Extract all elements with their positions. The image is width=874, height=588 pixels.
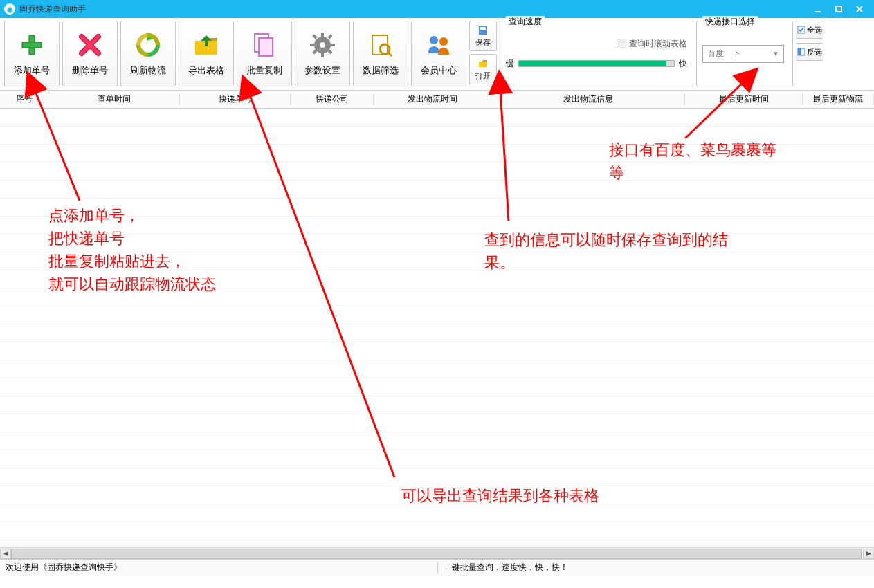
svg-rect-16 <box>312 34 317 39</box>
scroll-thumb[interactable] <box>11 549 862 559</box>
svg-rect-1 <box>836 6 841 12</box>
invert-selection-button[interactable]: 反选 <box>796 43 823 61</box>
col-last-update-info[interactable]: 最后更新物流 <box>803 93 874 105</box>
save-label: 保存 <box>475 37 491 48</box>
export-table-button[interactable]: 导出表格 <box>179 21 234 86</box>
x-icon <box>76 31 104 59</box>
interface-selected: 百度一下 <box>707 48 740 59</box>
col-index[interactable]: 序号 <box>0 93 48 105</box>
export-label: 导出表格 <box>188 64 224 77</box>
app-icon: ◉ <box>4 3 15 15</box>
gear-icon <box>309 31 336 59</box>
svg-point-23 <box>430 36 438 44</box>
batch-copy-button[interactable]: 批量复制 <box>237 21 292 86</box>
svg-point-24 <box>439 37 448 46</box>
svg-rect-18 <box>327 34 332 39</box>
close-button[interactable] <box>849 0 870 18</box>
interface-group: 快递接口选择 百度一下 ▼ <box>696 21 793 86</box>
member-label: 会员中心 <box>421 64 457 77</box>
svg-rect-14 <box>310 44 316 46</box>
add-tracking-button[interactable]: 添加单号 <box>4 21 60 86</box>
svg-rect-12 <box>321 33 324 38</box>
open-label: 打开 <box>475 71 491 81</box>
table-body[interactable] <box>0 109 874 547</box>
refresh-logistics-button[interactable]: 刷新物流 <box>120 21 176 86</box>
batch-copy-label: 批量复制 <box>246 64 282 77</box>
results-table: 序号 查单时间 快递单号 快递公司 发出物流时间 发出物流信息 最后更新时间 最… <box>0 91 874 547</box>
folder-export-icon <box>192 31 220 59</box>
interface-title: 快递接口选择 <box>702 16 758 28</box>
users-icon <box>425 31 453 59</box>
invert-label: 反选 <box>807 47 822 57</box>
member-center-button[interactable]: 会员中心 <box>411 21 466 86</box>
scroll-left-arrow[interactable]: ◀ <box>0 549 11 559</box>
maximize-button[interactable] <box>828 0 849 18</box>
col-tracking-no[interactable]: 快递单号 <box>180 93 291 105</box>
col-dispatch-time[interactable]: 发出物流时间 <box>374 93 491 105</box>
col-last-update-time[interactable]: 最后更新时间 <box>685 93 803 105</box>
svg-line-22 <box>388 52 392 56</box>
scroll-label: 查询时滚动表格 <box>629 38 687 50</box>
slow-label: 慢 <box>506 58 514 70</box>
params-button[interactable]: 参数设置 <box>295 21 350 86</box>
add-label: 添加单号 <box>14 64 50 77</box>
interface-dropdown[interactable]: 百度一下 ▼ <box>702 45 784 63</box>
delete-label: 删除单号 <box>72 64 108 77</box>
select-all-label: 全选 <box>807 25 822 35</box>
svg-rect-29 <box>798 48 801 55</box>
open-button[interactable]: 打开 <box>469 54 497 84</box>
save-icon <box>477 25 489 36</box>
svg-rect-26 <box>480 27 486 30</box>
minimize-button[interactable] <box>808 0 828 18</box>
window-title: 固乔快递查询助手 <box>19 3 86 15</box>
copy-icon <box>251 31 278 59</box>
data-filter-button[interactable]: 数据筛选 <box>353 21 408 86</box>
table-header-row: 序号 查单时间 快递单号 快递公司 发出物流时间 发出物流信息 最后更新时间 最… <box>0 91 874 109</box>
refresh-icon <box>134 31 162 59</box>
svg-rect-5 <box>22 42 42 48</box>
col-carrier[interactable]: 快递公司 <box>291 93 374 105</box>
scroll-right-arrow[interactable]: ▶ <box>863 549 874 559</box>
query-speed-group: 查询速度 查询时滚动表格 慢 快 <box>500 21 693 86</box>
status-right: 一键批量查询，速度快，快，快！ <box>437 562 869 573</box>
fast-label: 快 <box>679 58 687 70</box>
invert-icon <box>797 48 805 56</box>
plus-icon <box>18 31 46 59</box>
scroll-checkbox[interactable] <box>617 39 626 48</box>
status-left: 欢迎使用《固乔快递查询快手》 <box>6 562 437 573</box>
filter-label: 数据筛选 <box>363 64 399 77</box>
speed-slider[interactable] <box>518 60 675 67</box>
svg-rect-13 <box>321 52 324 57</box>
svg-rect-9 <box>259 38 273 56</box>
toolbar: 添加单号 删除单号 刷新物流 导出表格 批量复制 参数设置 数据筛选 <box>0 18 874 91</box>
folder-open-icon <box>477 58 489 69</box>
save-button[interactable]: 保存 <box>469 21 497 51</box>
params-label: 参数设置 <box>304 64 340 77</box>
col-query-time[interactable]: 查单时间 <box>48 93 180 105</box>
col-dispatch-info[interactable]: 发出物流信息 <box>491 93 685 105</box>
horizontal-scrollbar[interactable]: ◀ ▶ <box>0 547 874 559</box>
filter-icon <box>367 31 394 59</box>
svg-rect-15 <box>329 44 335 46</box>
refresh-label: 刷新物流 <box>130 64 166 77</box>
check-icon <box>797 26 805 34</box>
chevron-down-icon: ▼ <box>772 50 779 57</box>
query-speed-title: 查询速度 <box>506 16 545 28</box>
svg-point-11 <box>320 42 325 48</box>
statusbar: 欢迎使用《固乔快递查询快手》 一键批量查询，速度快，快，快！ <box>0 559 874 576</box>
select-all-button[interactable]: 全选 <box>796 21 823 39</box>
delete-tracking-button[interactable]: 删除单号 <box>62 21 118 86</box>
